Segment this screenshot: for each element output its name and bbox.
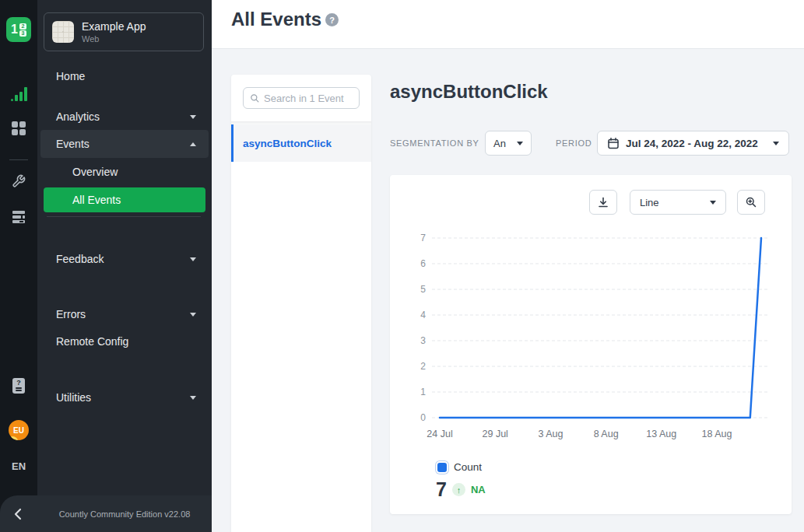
chevron-down-icon	[190, 115, 196, 119]
sidebar-item-analytics[interactable]: Analytics	[37, 103, 212, 131]
language-selector[interactable]: EN	[0, 460, 37, 472]
trend-up-icon: ↑	[452, 483, 465, 496]
event-title: asyncButtonClick	[390, 81, 548, 103]
sidebar-footer: Countly Community Edition v22.08	[0, 495, 212, 532]
period-label: PERIOD	[556, 131, 592, 156]
analytics-barchart-icon[interactable]	[0, 87, 37, 101]
sidebar-divider	[47, 216, 201, 217]
collapse-sidebar-button[interactable]	[0, 508, 37, 520]
sidebar-item-label: Overview	[72, 166, 118, 178]
sidebar-item-label: Events	[56, 138, 90, 150]
app-icon	[52, 21, 74, 43]
sidebar-item-home[interactable]: Home	[37, 62, 212, 90]
event-list: asyncButtonClick	[231, 121, 371, 162]
event-search-box[interactable]	[243, 87, 360, 109]
management-wrench-icon[interactable]	[0, 174, 37, 188]
sidebar-item-label: Home	[56, 70, 85, 82]
chart-type-select[interactable]: Line	[630, 190, 726, 215]
svg-text:29 Jul: 29 Jul	[483, 429, 508, 439]
svg-text:2: 2	[420, 361, 426, 372]
sidebar-item-label: All Events	[72, 194, 121, 206]
page-header: All Events ?	[212, 0, 804, 49]
sidebar-item-errors[interactable]: Errors	[37, 300, 212, 328]
svg-text:7: 7	[420, 233, 426, 243]
zoom-button[interactable]	[737, 190, 765, 215]
svg-text:13 Aug: 13 Aug	[646, 429, 676, 439]
app-name: Example App	[82, 20, 146, 34]
period-value: Jul 24, 2022 - Aug 22, 2022	[626, 138, 758, 149]
svg-text:3 Aug: 3 Aug	[538, 429, 563, 439]
sidebar-item-events[interactable]: Events	[40, 130, 209, 158]
app-selector[interactable]: Example App Web	[44, 12, 204, 51]
event-search-input[interactable]	[264, 93, 353, 104]
chevron-down-icon	[190, 313, 196, 317]
chevron-down-icon	[190, 396, 196, 400]
svg-text:6: 6	[420, 258, 426, 269]
sidebar-item-all-events[interactable]: All Events	[44, 187, 205, 212]
sidebar-item-feedback[interactable]: Feedback	[37, 245, 212, 273]
icon-rail: 1 23 ? EU EN	[0, 0, 37, 532]
controls-row: SEGMENTATION BY An PERIOD Jul 24, 2022 -…	[390, 131, 792, 156]
page-title: All Events	[231, 9, 321, 30]
chevron-down-icon	[190, 257, 196, 261]
svg-text:18 Aug: 18 Aug	[702, 429, 732, 439]
chart-toolbar: Line	[589, 190, 765, 215]
sidebar-item-label: Analytics	[56, 110, 100, 123]
svg-text:8 Aug: 8 Aug	[594, 429, 619, 439]
sidebar-item-overview[interactable]: Overview	[37, 158, 212, 186]
events-panel: asyncButtonClick	[231, 75, 371, 532]
period-select[interactable]: Jul 24, 2022 - Aug 22, 2022	[597, 131, 789, 156]
svg-text:3: 3	[420, 335, 426, 346]
chart-type-value: Line	[640, 197, 659, 208]
zoom-in-icon	[745, 196, 757, 208]
sidebar-item-utilities[interactable]: Utilities	[37, 383, 212, 411]
logo-digits: 23	[19, 23, 26, 37]
svg-text:5: 5	[420, 284, 426, 295]
app-platform: Web	[82, 34, 146, 44]
series-checkbox[interactable]	[437, 463, 447, 472]
sidebar-item-label: Feedback	[56, 253, 104, 265]
download-button[interactable]	[589, 190, 617, 215]
chevron-down-icon	[773, 142, 779, 145]
segmentation-label: SEGMENTATION BY	[390, 131, 479, 156]
download-icon	[597, 196, 609, 208]
logo-digit: 1	[11, 23, 18, 36]
segmentation-value: An	[493, 138, 506, 149]
search-icon	[250, 93, 259, 103]
event-list-item-selected[interactable]: asyncButtonClick	[231, 124, 371, 162]
total-value: 7	[436, 478, 447, 501]
segmentation-select[interactable]: An	[485, 131, 532, 156]
chart-legend: Count	[437, 461, 482, 473]
help-center-icon[interactable]: ?	[0, 378, 37, 394]
sidebar-item-label: Remote Config	[56, 335, 128, 348]
user-avatar[interactable]: EU	[9, 420, 29, 440]
chevron-down-icon	[710, 201, 716, 205]
svg-text:1: 1	[420, 387, 426, 397]
chevron-left-icon	[12, 508, 25, 520]
calendar-icon	[607, 137, 620, 149]
sidebar-item-label: Errors	[56, 308, 86, 320]
svg-text:0: 0	[420, 412, 426, 423]
version-text: Countly Community Edition v22.08	[37, 509, 212, 519]
svg-text:24 Jul: 24 Jul	[427, 429, 452, 439]
series-total: 7 ↑ NA	[436, 478, 486, 501]
svg-text:4: 4	[420, 310, 426, 320]
change-value: NA	[471, 484, 486, 495]
apps-grid-icon[interactable]	[0, 121, 37, 135]
series-label: Count	[454, 461, 482, 473]
sidebar: Example App Web Home Analytics Events Ov…	[37, 0, 212, 532]
chart-card: Line 0123456724 Jul29 Jul3 Aug8 Aug13 Au…	[390, 175, 792, 514]
sidebar-item-label: Utilities	[56, 391, 91, 404]
chevron-up-icon	[190, 142, 196, 146]
sidebar-item-remote-config[interactable]: Remote Config	[37, 327, 212, 355]
line-chart[interactable]: 0123456724 Jul29 Jul3 Aug8 Aug13 Aug18 A…	[390, 230, 792, 464]
data-manager-stack-icon[interactable]	[0, 210, 37, 224]
countly-logo[interactable]: 1 23	[6, 17, 31, 42]
help-icon[interactable]: ?	[325, 13, 339, 26]
rail-divider	[9, 159, 28, 160]
chevron-down-icon	[517, 142, 523, 145]
